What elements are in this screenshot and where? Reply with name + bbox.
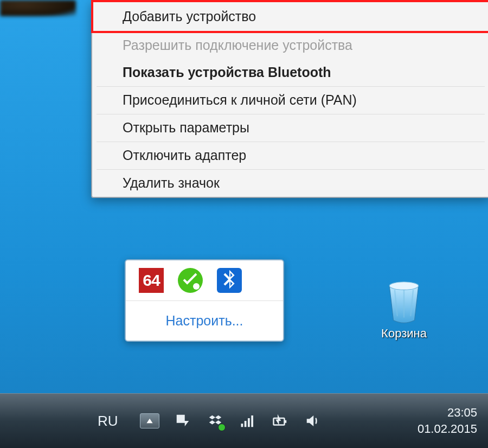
tray-expand-button[interactable]	[140, 413, 159, 428]
tray-overflow-popup: 64 Настроить...	[125, 259, 284, 342]
smudge-decoration	[0, 0, 76, 16]
svg-rect-6	[284, 420, 286, 423]
bluetooth-glyph-icon	[217, 268, 242, 293]
aida64-icon[interactable]: 64	[139, 268, 164, 293]
skype-icon[interactable]	[178, 268, 203, 293]
taskbar-clock[interactable]: 23:05 01.02.2015	[407, 405, 488, 437]
menu-remove-icon[interactable]: Удалить значок	[92, 170, 488, 197]
menu-open-settings[interactable]: Открыть параметры	[92, 114, 488, 142]
recycle-bin-label: Корзина	[369, 327, 439, 341]
power-icon[interactable]	[271, 412, 290, 430]
checkmark-icon	[178, 268, 203, 293]
menu-add-device[interactable]: Добавить устройство	[91, 0, 488, 33]
system-tray	[134, 412, 322, 430]
volume-icon[interactable]	[304, 412, 322, 430]
bluetooth-icon[interactable]	[217, 268, 242, 293]
svg-point-0	[389, 282, 419, 290]
desktop: Добавить устройство Разрешить подключени…	[0, 0, 488, 448]
menu-disable-adapter[interactable]: Отключить адаптер	[92, 142, 488, 169]
bluetooth-context-menu: Добавить устройство Разрешить подключени…	[91, 0, 488, 198]
tray-overflow-icons: 64	[126, 260, 283, 300]
recycle-bin[interactable]: Корзина	[369, 277, 439, 341]
clock-time: 23:05	[418, 405, 477, 421]
action-center-icon[interactable]	[174, 412, 192, 430]
recycle-bin-icon	[383, 277, 425, 323]
clock-date: 01.02.2015	[418, 421, 477, 437]
status-dot-icon	[218, 424, 226, 431]
tray-customize-link[interactable]: Настроить...	[126, 300, 283, 341]
taskbar: RU 23:05 01.02.2015	[0, 393, 488, 448]
svg-rect-3	[248, 418, 250, 427]
language-indicator[interactable]: RU	[0, 413, 134, 430]
network-icon[interactable]	[239, 412, 257, 430]
menu-allow-connect: Разрешить подключение устройства	[92, 32, 488, 59]
dropbox-icon[interactable]	[206, 412, 224, 430]
triangle-up-icon	[146, 417, 153, 425]
menu-show-bluetooth-devices[interactable]: Показать устройства Bluetooth	[92, 59, 488, 86]
svg-rect-2	[244, 421, 246, 427]
svg-rect-1	[241, 424, 243, 427]
svg-rect-4	[251, 415, 253, 427]
menu-join-pan[interactable]: Присоединиться к личной сети (PAN)	[92, 87, 488, 114]
